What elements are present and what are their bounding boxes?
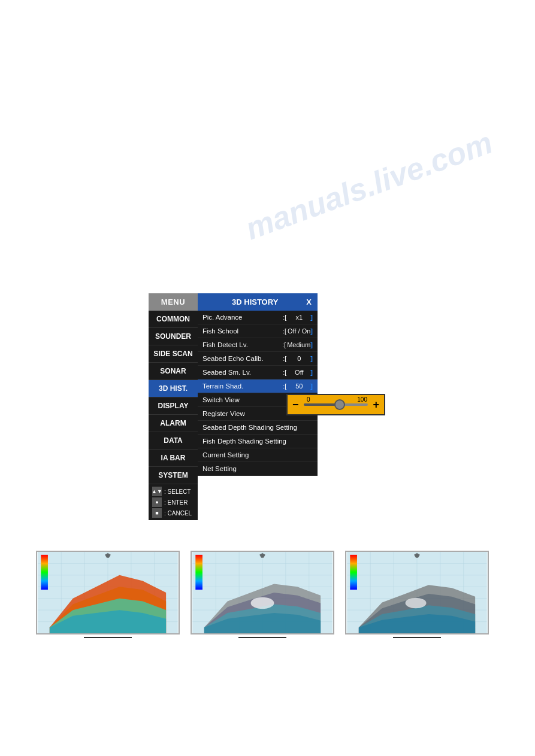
sidebar-item-alarm[interactable]: ALARM [149,415,198,432]
fish-depth-shading-item[interactable]: Fish Depth Shading Setting [198,435,318,448]
sidebar-item-sonar[interactable]: SONAR [149,363,198,380]
fish-detect-row[interactable]: Fish Detect Lv. :[ Medium ] [198,338,318,352]
hint-cancel: ■ : CANCEL [152,508,194,518]
terrain-shad-row[interactable]: Terrain Shad. :[ 50 ] [198,379,318,393]
seabed-sm-row[interactable]: Seabed Sm. Lv. :[ Off ] [198,366,318,379]
seabed-sm-open: :[ [283,369,286,376]
bottom-images [36,551,489,638]
svg-point-53 [406,598,427,608]
sidebar-item-common[interactable]: COMMON [149,311,198,328]
slider-min-label: 0 [307,396,310,403]
image-1-underline [84,637,132,638]
hint-cancel-label: : CANCEL [164,510,192,517]
slider-minus-button[interactable]: − [292,399,299,411]
svg-rect-16 [41,555,48,590]
seabed-sm-label: Seabed Sm. Lv. [202,369,283,376]
sidebar-item-system[interactable]: SYSTEM [149,467,198,484]
sidebar-item-sounder[interactable]: SOUNDER [149,328,198,345]
terrain-shad-label: Terrain Shad. [202,382,283,390]
slider-track[interactable] [304,403,368,406]
slider-popup: 0 100 − + [286,394,385,415]
hint-select: ▲▼ : SELECT [152,487,194,496]
fish-school-value: Off / On [288,327,310,335]
fish-school-label: Fish School [202,327,283,335]
footer-hints: ▲▼ : SELECT ● : ENTER ■ : CANCEL [149,484,198,520]
slider-plus-button[interactable]: + [373,399,379,411]
panel-title: 3D HISTORY [204,297,306,306]
sonar-image-3-canvas [345,551,489,634]
current-setting-item[interactable]: Current Setting [198,448,318,462]
fish-detect-open: :[ [282,341,286,348]
pic-advance-label: Pic. Advance [202,314,283,321]
seabed-echo-label: Seabed Echo Calib. [202,355,283,362]
sonar-image-3 [345,551,489,638]
slider-max-label: 100 [357,396,367,403]
seabed-echo-value: 0 [288,355,310,362]
right-panel: 3D HISTORY X Pic. Advance :[ x1 ] Fish S… [198,293,318,476]
fish-school-close: ] [310,327,313,335]
panel-close-button[interactable]: X [306,297,312,306]
watermark: manuals.live.com [241,125,497,247]
hint-enter-label: : ENTER [164,499,188,506]
terrain-shad-close: ] [310,382,313,390]
seabed-sm-value: Off [288,369,310,376]
svg-rect-35 [195,555,202,590]
hint-enter: ● : ENTER [152,497,194,507]
sidebar-item-data[interactable]: DATA [149,432,198,450]
menu-header: MENU [149,293,198,311]
terrain-shad-open: :[ [283,382,286,390]
pic-advance-open: :[ [283,314,286,321]
pic-advance-value: x1 [288,314,310,321]
fish-detect-label: Fish Detect Lv. [202,341,282,348]
fish-detect-close: ] [310,341,313,348]
terrain-shad-value: 50 [288,382,310,390]
panel-header: 3D HISTORY X [198,293,318,311]
slider-fill [304,403,336,406]
sonar-image-2-canvas [191,551,334,634]
fish-school-row[interactable]: Fish School :[ Off / On ] [198,324,318,338]
seabed-echo-close: ] [310,355,313,362]
select-icon: ▲▼ [152,487,162,496]
pic-advance-close: ] [310,314,313,321]
sonar-image-1-canvas [36,551,180,634]
svg-point-34 [251,597,274,609]
net-setting-item[interactable]: Net Setting [198,462,318,476]
seabed-depth-shading-item[interactable]: Seabed Depth Shading Setting [198,421,318,435]
enter-icon: ● [152,497,162,507]
svg-rect-54 [350,555,357,590]
slider-thumb[interactable] [334,399,345,410]
seabed-echo-open: :[ [283,355,286,362]
seabed-echo-row[interactable]: Seabed Echo Calib. :[ 0 ] [198,352,318,366]
seabed-sm-close: ] [310,369,313,376]
cancel-icon: ■ [152,508,162,518]
sidebar: MENU COMMON SOUNDER SIDE SCAN SONAR 3D H… [149,293,198,520]
sidebar-item-3d-hist[interactable]: 3D HIST. [149,380,198,397]
image-3-underline [393,637,441,638]
pic-advance-row[interactable]: Pic. Advance :[ x1 ] [198,311,318,324]
image-2-underline [238,637,286,638]
fish-detect-value: Medium [287,341,310,348]
fish-school-open: :[ [283,327,286,335]
sonar-image-1 [36,551,180,638]
sidebar-item-display[interactable]: DISPLAY [149,397,198,415]
sidebar-item-ia-bar[interactable]: IA BAR [149,450,198,467]
sonar-image-2 [191,551,334,638]
sidebar-item-side-scan[interactable]: SIDE SCAN [149,345,198,363]
hint-select-label: : SELECT [164,488,191,495]
